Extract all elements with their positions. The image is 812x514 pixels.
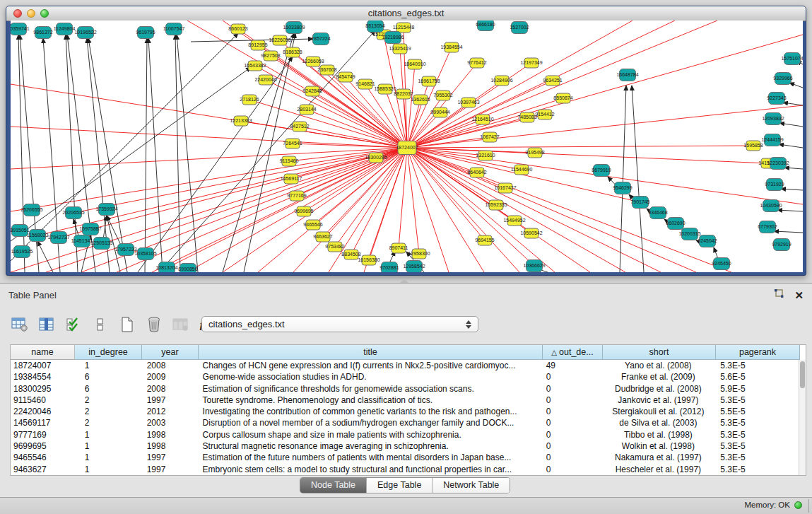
graph-node[interactable]: 10397463 <box>457 98 479 107</box>
network-canvas-svg[interactable]: 1872400718300295866012389129551822605898… <box>11 21 803 272</box>
graph-node[interactable]: 11007547 <box>163 23 185 35</box>
delete-column-icon[interactable] <box>144 315 164 334</box>
graph-node[interactable]: 12958542 <box>403 261 425 273</box>
panel-resize-handle[interactable] <box>400 279 408 283</box>
graph-node[interactable]: 18640910 <box>404 59 425 69</box>
graph-node[interactable]: 9619795 <box>136 27 155 39</box>
graph-node[interactable]: 16961758 <box>418 76 440 86</box>
graph-node[interactable]: 12230392 <box>767 158 789 170</box>
graph-node[interactable]: 7857224 <box>311 33 330 45</box>
graph-node[interactable]: 9329966 <box>773 73 792 85</box>
graph-node[interactable]: 13325419 <box>389 44 411 54</box>
graph-node[interactable]: 10975887 <box>79 223 101 235</box>
graph-node[interactable]: 8602690 <box>666 218 685 230</box>
graph-node[interactable]: 25206555 <box>20 204 42 216</box>
graph-node[interactable]: 11568023 <box>27 230 49 242</box>
graph-node[interactable]: 19384554 <box>440 42 462 52</box>
graph-node[interactable]: 7264541 <box>283 139 302 148</box>
graph-node[interactable]: 12093832 <box>762 113 784 125</box>
graph-node[interactable]: 9827508 <box>261 51 280 61</box>
graph-node[interactable]: 17359924 <box>95 204 117 216</box>
graph-node[interactable]: 2367608 <box>317 65 336 75</box>
column-header-in-degree[interactable]: in_degree <box>75 345 142 360</box>
graph-node[interactable]: 1527002 <box>510 22 529 34</box>
table-row[interactable]: 1938455462009Genome-wide association stu… <box>11 371 799 382</box>
table-selector-dropdown[interactable]: citations_edges.txt <box>201 316 478 332</box>
graph-node[interactable]: 9634251 <box>543 76 562 86</box>
graph-node[interactable]: 19218986 <box>382 32 404 44</box>
graph-node[interactable]: 18724007 <box>396 141 418 155</box>
graph-node[interactable]: 10813204 <box>155 262 177 273</box>
graph-node[interactable]: 1067427 <box>480 132 499 142</box>
graph-node[interactable]: 8454749 <box>336 72 355 82</box>
graph-node[interactable]: 11619525 <box>11 246 33 258</box>
graph-node[interactable]: 8660123 <box>228 24 247 34</box>
graph-node[interactable]: 15885320 <box>374 84 396 94</box>
graph-node[interactable]: 9245042 <box>698 235 717 247</box>
network-window-titlebar[interactable]: citations_edges.txt <box>6 6 806 21</box>
graph-node[interactable]: 11544690 <box>511 165 533 175</box>
table-row[interactable]: 1872400712008Changes of HCN gene express… <box>11 360 799 371</box>
graph-node[interactable]: 8186328 <box>283 47 302 57</box>
graph-node[interactable]: 12164510 <box>471 115 493 124</box>
column-header-title[interactable]: title <box>199 345 543 360</box>
graph-node[interactable]: 7901745 <box>630 197 649 209</box>
graph-node[interactable]: 8907411 <box>389 243 408 253</box>
graph-node[interactable]: 16543382 <box>244 61 266 71</box>
graph-node[interactable]: 9154412 <box>535 110 554 119</box>
delete-table-icon[interactable] <box>171 315 191 334</box>
graph-node[interactable]: 9792919 <box>772 239 791 251</box>
graph-node[interactable]: 1362615 <box>411 95 430 105</box>
table-row[interactable]: 2242004622012Investigating the contribut… <box>11 406 799 417</box>
graph-node[interactable]: 11215448 <box>393 23 415 33</box>
graph-node[interactable]: 8679919 <box>592 165 611 177</box>
graph-node[interactable]: 10430590 <box>760 200 782 212</box>
graph-node[interactable]: 17942737 <box>47 232 69 244</box>
graph-node[interactable]: 12505135 <box>90 238 112 250</box>
graph-node[interactable]: 11451341 <box>71 235 93 247</box>
show-columns-icon[interactable] <box>37 315 57 334</box>
graph-node[interactable]: 20359741 <box>11 23 30 35</box>
graph-node[interactable]: 9861372 <box>33 27 52 39</box>
graph-node[interactable]: 18226058 <box>269 35 290 45</box>
graph-node[interactable]: 8912955 <box>248 40 267 50</box>
graph-node[interactable]: 2718126 <box>240 95 259 105</box>
table-row[interactable]: 946554611997Estimation of the future num… <box>11 452 799 463</box>
graph-node[interactable]: 8990856 <box>178 264 197 273</box>
graph-node[interactable]: 6779302 <box>758 221 777 233</box>
float-panel-icon[interactable] <box>773 288 784 302</box>
table-row[interactable]: 977716911998Corpus callosum shape and si… <box>11 429 799 440</box>
graph-node[interactable]: 16156380 <box>358 255 379 265</box>
graph-node[interactable]: 9776412 <box>467 58 486 68</box>
tab-edge-table[interactable]: Edge Table <box>367 478 433 493</box>
graph-node[interactable]: 15494952 <box>503 216 525 226</box>
graph-node[interactable]: 9242848 <box>302 86 322 96</box>
graph-node[interactable]: 10196522 <box>74 27 96 39</box>
graph-node[interactable]: 12444159 <box>761 134 783 146</box>
network-canvas[interactable]: 1872400718300295866012389129551822605898… <box>11 21 803 272</box>
table-row[interactable]: 946362711997Embryonic stem cells: a mode… <box>11 464 799 475</box>
table-vertical-scrollbar[interactable] <box>799 360 806 475</box>
create-column-icon[interactable] <box>117 315 137 334</box>
graph-node[interactable]: 10167427 <box>494 183 516 193</box>
graph-node[interactable]: 10592335 <box>485 200 507 210</box>
column-header-out-de-[interactable]: △out_de... <box>543 345 603 360</box>
graph-node[interactable]: 9702881 <box>379 262 399 273</box>
select-all-columns-icon[interactable] <box>64 315 83 334</box>
column-header-pagerank[interactable]: pagerank <box>716 345 800 360</box>
graph-node[interactable]: 12213383 <box>230 116 252 126</box>
graph-node[interactable]: 9245450 <box>712 258 731 270</box>
graph-node[interactable]: 7485083 <box>517 112 536 122</box>
table-mode-icon[interactable] <box>10 315 30 334</box>
graph-node[interactable]: 10358105 <box>134 248 156 260</box>
graph-node[interactable]: 12266058 <box>302 57 324 66</box>
graph-node[interactable]: 9115460 <box>280 156 299 166</box>
graph-node[interactable]: 8550874 <box>553 93 572 103</box>
graph-node[interactable]: 9694155 <box>475 235 494 245</box>
graph-node[interactable]: 9546299 <box>613 182 632 194</box>
graph-node[interactable]: 7955302 <box>433 90 452 100</box>
graph-node[interactable]: 11249804 <box>54 23 76 35</box>
graph-node[interactable]: 8813054 <box>365 21 384 33</box>
table-row[interactable]: 1830029562008Estimation of significance … <box>11 383 799 395</box>
table-row[interactable]: 1456911722003Disruption of a novel membe… <box>11 417 799 428</box>
